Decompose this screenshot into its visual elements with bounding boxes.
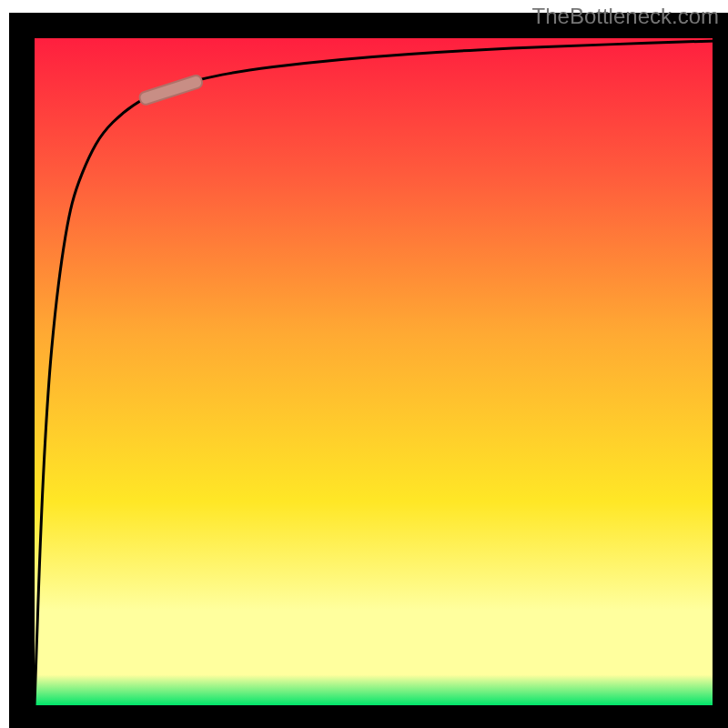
bottleneck-chart: [0, 0, 728, 728]
attribution-label: TheBottleneck.com: [532, 4, 719, 29]
chart-stage: TheBottleneck.com: [0, 0, 728, 728]
plot-area: [35, 27, 716, 705]
